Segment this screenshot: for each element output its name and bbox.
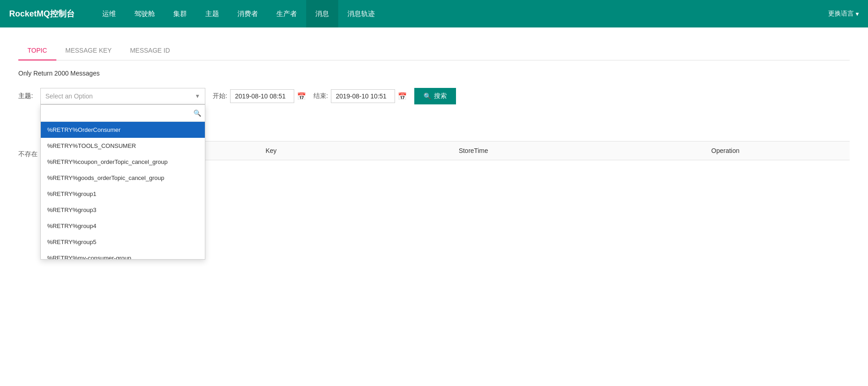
table-column-header: Key [197,141,346,160]
dropdown-item[interactable]: %RETRY%coupon_orderTopic_cancel_group [41,154,205,170]
start-date-input[interactable]: 2019-08-10 08:51 [230,89,294,103]
chevron-down-icon: ▼ [195,93,200,99]
end-date-input[interactable]: 2019-08-10 10:51 [331,89,395,103]
tab-message-id[interactable]: MESSAGE ID [121,41,179,60]
dropdown-item[interactable]: %RETRY%group5 [41,234,205,250]
nav-item-jiashicang[interactable]: 驾驶舱 [125,0,164,27]
dropdown-item[interactable]: %RETRY%group1 [41,186,205,202]
table-column-header: Operation [601,141,850,160]
topic-select-wrapper: Select an Option ▼ 🔍 %RETRY%OrderConsume… [40,88,205,104]
topic-label: 主题: [18,92,33,100]
dropdown-item[interactable]: %RETRY%my-consumer-group [41,250,205,259]
nav-item-xiaoxiguiji[interactable]: 消息轨迹 [338,0,384,27]
dropdown-item[interactable]: %RETRY%OrderConsumer [41,122,205,138]
not-exist-label: 不存在 [18,150,38,158]
nav-item-jiqun[interactable]: 集群 [164,0,196,27]
select-placeholder: Select an Option [45,92,93,100]
nav-item-xiaoxi[interactable]: 消息 [306,0,338,27]
lang-label: 更换语言 [828,10,854,18]
nav-items: 运维 驾驶舱 集群 主题 消费者 生产者 消息 消息轨迹 [93,0,828,27]
end-calendar-icon[interactable]: 📅 [398,92,407,101]
nav-item-yunwei[interactable]: 运维 [93,0,125,27]
end-label: 结束: [313,92,328,100]
end-date-field: 结束: 2019-08-10 10:51 📅 [313,89,407,103]
nav-item-shengchanzhe[interactable]: 生产者 [267,0,306,27]
tab-message-key[interactable]: MESSAGE KEY [56,41,121,60]
nav-item-xiaofeizhe[interactable]: 消费者 [228,0,267,27]
tab-topic[interactable]: TOPIC [18,41,56,60]
start-calendar-icon[interactable]: 📅 [297,92,306,101]
dropdown-search-wrapper: 🔍 [41,105,205,122]
start-date-field: 开始: 2019-08-10 08:51 📅 [213,89,306,103]
table-column-header: StoreTime [346,141,601,160]
dropdown-item[interactable]: %RETRY%goods_orderTopic_cancel_group [41,170,205,186]
brand: RocketMQ控制台 [9,8,75,19]
main-content: TOPIC MESSAGE KEY MESSAGE ID Only Return… [0,27,868,386]
search-button-label: 搜索 [434,92,447,100]
notice-text: Only Return 2000 Messages [18,70,850,77]
topic-select-trigger[interactable]: Select an Option ▼ [40,88,205,104]
dropdown-item[interactable]: %RETRY%TOOLS_CONSUMER [41,138,205,154]
dropdown-search-input[interactable] [44,108,193,119]
dropdown-list: %RETRY%OrderConsumer%RETRY%TOOLS_CONSUME… [41,122,205,259]
search-button-icon: 🔍 [423,92,431,100]
lang-arrow-icon: ▾ [856,10,859,17]
dropdown-panel: 🔍 %RETRY%OrderConsumer%RETRY%TOOLS_CONSU… [40,104,205,260]
tab-bar: TOPIC MESSAGE KEY MESSAGE ID [18,41,850,60]
navbar: RocketMQ控制台 运维 驾驶舱 集群 主题 消费者 生产者 消息 消息轨迹… [0,0,868,27]
dropdown-item[interactable]: %RETRY%group4 [41,218,205,234]
dropdown-search-icon: 🔍 [193,109,201,117]
start-label: 开始: [213,92,227,100]
dropdown-item[interactable]: %RETRY%group3 [41,202,205,218]
search-button[interactable]: 🔍 搜索 [414,88,456,104]
nav-item-zhuti[interactable]: 主题 [196,0,228,27]
lang-switcher[interactable]: 更换语言 ▾ [828,10,859,18]
search-form: 主题: Select an Option ▼ 🔍 %RETRY%OrderCon… [18,88,850,104]
